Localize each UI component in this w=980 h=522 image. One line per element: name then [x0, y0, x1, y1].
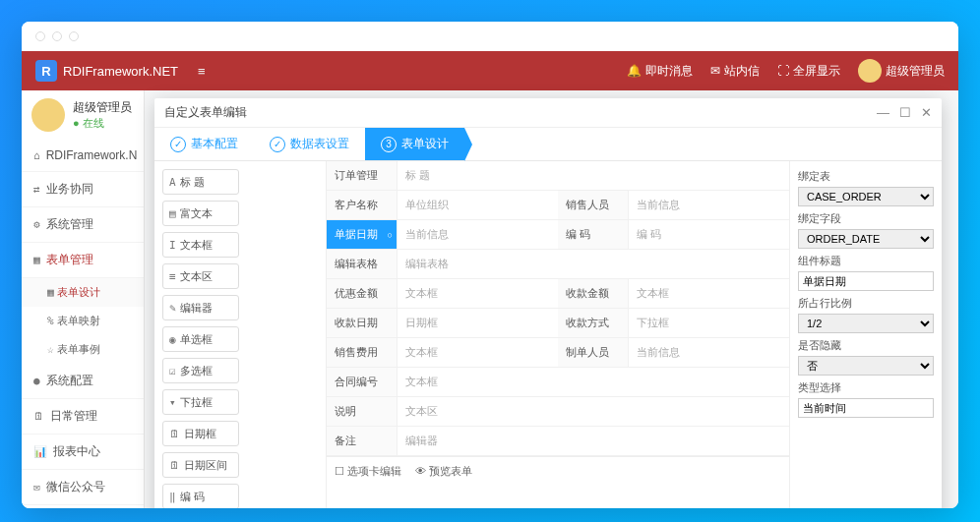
field-value[interactable]: 编辑表格 [398, 250, 789, 278]
sidebar: 超级管理员 在线 ⌂RDIFramework.N⇄业务协同⚙系统管理▦表单管理▦… [22, 90, 145, 508]
brand-text: RDIFramework.NET [63, 64, 178, 79]
field-value[interactable]: 当前信息 [629, 338, 789, 367]
field-value[interactable]: 文本区 [398, 397, 789, 426]
sidebar-sub-item[interactable]: ☆ 表单事例 [22, 335, 144, 364]
fullscreen-link[interactable]: ⛶ 全屏显示 [777, 63, 840, 80]
field-value[interactable]: 编辑器 [398, 427, 789, 455]
field-label[interactable]: 合同编号 [327, 368, 398, 396]
palette-icon: 🗓 [169, 459, 180, 472]
palette-item[interactable]: 🗓日期框 [162, 421, 239, 446]
palette-item[interactable]: ‖编 码 [162, 484, 239, 508]
field-value[interactable]: 日期框 [398, 309, 558, 337]
palette-item[interactable]: ≡文本区 [162, 263, 239, 289]
nav-icon: ▦ [33, 254, 40, 266]
field-label[interactable]: 备注 [327, 427, 398, 455]
field-value[interactable]: 单位组织 [398, 191, 558, 219]
wizard-step[interactable]: 3表单设计 [365, 128, 464, 160]
sidebar-item[interactable]: ⌂RDIFramework.N [22, 140, 144, 172]
avatar [31, 98, 65, 132]
palette-item[interactable]: 🗓日期区间 [162, 452, 239, 478]
palette-icon: ‖ [169, 491, 176, 503]
wizard-step[interactable]: ✓基本配置 [154, 128, 254, 160]
nav-icon: ✉ [33, 481, 40, 493]
tab-preview[interactable]: 👁 预览表单 [415, 464, 472, 479]
nav-icon: ⇄ [33, 183, 40, 196]
field-label[interactable]: 单据日期 [327, 220, 398, 249]
palette-item[interactable]: I文本框 [162, 232, 239, 258]
topbar: R RDIFramework.NET ≡ 🔔 即时消息 ✉ 站内信 ⛶ 全屏显示… [22, 51, 958, 90]
field-label[interactable]: 收款方式 [558, 309, 629, 337]
field-label[interactable]: 编辑表格 [327, 250, 398, 278]
form-editor-modal: 自定义表单编辑 — ☐ ✕ ✓基本配置✓数据表设置3表单设计 A标 题▤富文本I… [154, 98, 942, 508]
sidebar-item[interactable]: 🗓日常管理 [22, 399, 144, 435]
bind-field-select[interactable]: ORDER_DATE [798, 229, 934, 249]
palette-icon: ✎ [169, 302, 176, 315]
palette-icon: ◉ [169, 333, 176, 346]
user-menu[interactable]: 超级管理员 [858, 59, 945, 83]
palette-icon: ☑ [169, 365, 176, 377]
component-title-input[interactable] [798, 271, 934, 291]
sidebar-user[interactable]: 超级管理员 在线 [22, 90, 144, 140]
close-icon[interactable]: ✕ [921, 105, 932, 120]
sidebar-item[interactable]: ⇄业务协同 [22, 172, 144, 207]
instant-msg-link[interactable]: 🔔 即时消息 [627, 63, 693, 80]
palette-icon: ▾ [169, 396, 176, 409]
ratio-select[interactable]: 1/2 [798, 314, 934, 333]
sidebar-item[interactable]: ⚙系统管理 [22, 207, 144, 243]
hide-select[interactable]: 否 [798, 356, 934, 376]
field-label[interactable]: 客户名称 [327, 191, 398, 219]
palette-item[interactable]: ✎编辑器 [162, 295, 239, 320]
nav-icon: 📊 [33, 445, 47, 458]
minimize-icon[interactable]: — [877, 105, 889, 120]
nav-icon: ⚙ [33, 218, 40, 231]
palette-item[interactable]: A标 题 [162, 169, 239, 195]
sidebar-item[interactable]: ▣案例模块 [22, 505, 144, 508]
palette-icon: I [169, 239, 176, 252]
palette-icon: ≡ [169, 270, 176, 283]
palette-icon: A [169, 176, 176, 189]
avatar [858, 59, 882, 83]
type-input[interactable] [798, 398, 934, 418]
browser-dots [22, 22, 958, 51]
palette-item[interactable]: ▾下拉框 [162, 389, 239, 415]
palette-item[interactable]: ☑多选框 [162, 358, 239, 383]
field-label[interactable]: 收款金额 [558, 279, 629, 308]
field-value[interactable]: 当前信息 [398, 220, 558, 249]
field-value[interactable]: 文本框 [398, 279, 558, 308]
field-value[interactable]: 文本框 [398, 338, 558, 367]
field-value[interactable]: 标 题 [398, 161, 789, 190]
field-value[interactable]: 文本框 [629, 279, 789, 308]
field-label[interactable]: 销售费用 [327, 338, 398, 367]
sidebar-sub-item[interactable]: % 表单映射 [22, 307, 144, 335]
field-label[interactable]: 收款日期 [327, 309, 398, 337]
menu-toggle-icon[interactable]: ≡ [198, 64, 206, 79]
palette-item[interactable]: ▤富文本 [162, 201, 239, 226]
sidebar-sub-item[interactable]: ▦ 表单设计 [22, 278, 144, 307]
palette-item[interactable]: ◉单选框 [162, 326, 239, 352]
bind-table-select[interactable]: CASE_ORDER [798, 187, 934, 206]
nav-icon: ⌂ [33, 149, 40, 162]
sidebar-item[interactable]: ●系统配置 [22, 364, 144, 399]
field-label[interactable]: 销售人员 [558, 191, 629, 219]
field-label[interactable]: 说明 [327, 397, 398, 426]
mail-link[interactable]: ✉ 站内信 [710, 63, 760, 80]
field-value[interactable]: 文本框 [398, 368, 789, 396]
maximize-icon[interactable]: ☐ [899, 105, 911, 120]
field-label[interactable]: 订单管理 [327, 161, 398, 190]
palette-icon: ▤ [169, 207, 176, 220]
sidebar-item[interactable]: ▦表单管理 [22, 243, 144, 278]
online-status: 在线 [73, 116, 132, 131]
field-label[interactable]: 制单人员 [558, 338, 629, 367]
field-value[interactable]: 下拉框 [629, 309, 789, 337]
field-value[interactable]: 编 码 [629, 220, 789, 249]
sidebar-item[interactable]: ✉微信公众号 [22, 470, 144, 505]
app-logo[interactable]: R RDIFramework.NET [35, 60, 178, 82]
wizard-step[interactable]: ✓数据表设置 [254, 128, 365, 160]
nav-icon: ● [33, 375, 40, 387]
sidebar-username: 超级管理员 [73, 99, 132, 116]
sidebar-item[interactable]: 📊报表中心 [22, 435, 144, 470]
field-label[interactable]: 优惠金额 [327, 279, 398, 308]
field-label[interactable]: 编 码 [558, 220, 629, 249]
tab-card-edit[interactable]: ☐ 选项卡编辑 [335, 464, 401, 479]
field-value[interactable]: 当前信息 [629, 191, 789, 219]
